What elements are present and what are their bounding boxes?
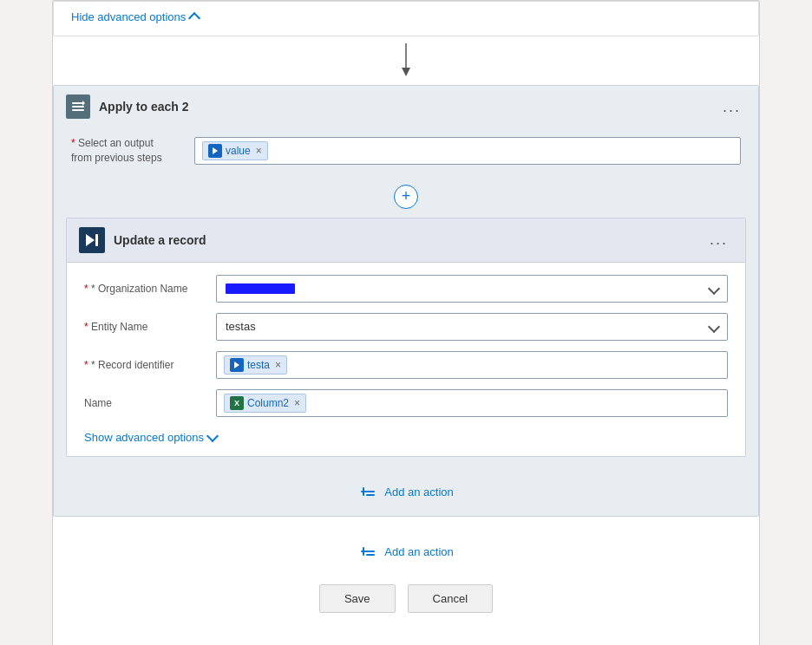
chevron-up-icon — [188, 11, 200, 23]
dynamics-icon — [84, 232, 100, 248]
org-name-row: * * Organization Name — [84, 275, 728, 303]
entity-name-label: * Entity Name — [84, 321, 206, 333]
add-action-inner-button[interactable]: Add an action — [358, 483, 454, 502]
column2-token-remove[interactable]: × — [294, 397, 300, 409]
entity-name-dropdown-arrow — [708, 321, 720, 333]
org-required-star: * — [84, 283, 88, 295]
svg-marker-7 — [86, 234, 95, 246]
apply-each-header: Apply to each 2 ... — [54, 86, 758, 127]
arrow-connector — [53, 36, 759, 85]
svg-marker-1 — [402, 68, 410, 76]
entity-name-value: testas — [226, 320, 256, 333]
entity-name-dropdown[interactable]: testas — [216, 313, 728, 341]
select-output-row: * Select an outputfrom previous steps va… — [54, 127, 758, 179]
record-id-required-star: * — [84, 359, 88, 371]
org-name-value — [226, 283, 295, 294]
hide-advanced-label: Hide advanced options — [71, 10, 186, 23]
record-id-token-label: testa — [247, 359, 270, 371]
show-advanced-label: Show advanced options — [84, 431, 204, 444]
name-label-text: Name — [84, 397, 112, 409]
svg-rect-14 — [363, 547, 364, 556]
page-wrapper: Hide advanced options — [0, 0, 812, 645]
add-action-inner-icon — [358, 483, 377, 502]
update-record-header: Update a record ... — [67, 218, 745, 263]
column2-token-label: Column2 — [247, 397, 289, 409]
chevron-down-icon — [206, 430, 219, 442]
token-icon — [208, 144, 222, 158]
record-id-input[interactable]: testa × — [216, 351, 728, 379]
svg-rect-3 — [72, 106, 84, 108]
org-name-label: * * Organization Name — [84, 283, 206, 295]
record-id-row: * * Record identifier testa — [84, 351, 728, 379]
value-token-remove[interactable]: × — [256, 145, 262, 157]
entity-name-row: * Entity Name testas — [84, 313, 728, 341]
add-action-outer-icon-svg — [358, 543, 377, 562]
entity-required-star: * — [84, 321, 88, 333]
add-action-inner-row: Add an action — [54, 469, 758, 516]
update-record-body: * * Organization Name * Entity Name — [67, 263, 745, 456]
show-advanced-button[interactable]: Show advanced options — [84, 431, 217, 444]
apply-each-title: Apply to each 2 — [99, 100, 188, 114]
value-token[interactable]: value × — [202, 141, 268, 160]
add-action-outer-button[interactable]: Add an action — [358, 543, 454, 562]
record-flow-icon — [232, 361, 241, 369]
svg-marker-6 — [213, 147, 218, 154]
cancel-button[interactable]: Cancel — [408, 584, 493, 613]
svg-rect-8 — [95, 234, 98, 246]
entity-name-label-text: Entity Name — [91, 321, 147, 333]
apply-each-title-area: Apply to each 2 — [66, 94, 188, 119]
update-record-card: Update a record ... * * Organization Nam… — [66, 218, 746, 457]
select-output-input[interactable]: value × — [194, 137, 741, 165]
svg-marker-9 — [234, 362, 239, 368]
svg-rect-12 — [366, 494, 375, 496]
hide-advanced-bar: Hide advanced options — [53, 1, 759, 36]
apply-each-ellipsis-button[interactable]: ... — [717, 96, 746, 118]
record-id-label: * * Record identifier — [84, 359, 206, 371]
org-name-label-text: * Organization Name — [91, 283, 187, 295]
select-output-label: * Select an outputfrom previous steps — [71, 136, 184, 166]
svg-rect-2 — [72, 102, 84, 104]
excel-icon: X — [230, 396, 244, 410]
value-token-label: value — [226, 145, 251, 157]
name-row: Name X Column2 × — [84, 389, 728, 417]
update-record-ellipsis-button[interactable]: ... — [704, 229, 733, 251]
svg-rect-11 — [363, 487, 364, 496]
apply-each-icon — [66, 94, 90, 119]
svg-rect-4 — [72, 109, 84, 111]
record-id-token[interactable]: testa × — [224, 355, 287, 375]
update-record-icon — [79, 227, 105, 253]
record-id-token-remove[interactable]: × — [275, 359, 281, 371]
svg-marker-5 — [82, 101, 85, 106]
org-name-dropdown-arrow — [708, 283, 720, 295]
add-action-icon-svg — [358, 483, 377, 502]
update-record-title-area: Update a record — [79, 227, 206, 253]
hide-advanced-button[interactable]: Hide advanced options — [71, 10, 199, 23]
column2-token[interactable]: X Column2 × — [224, 394, 306, 413]
add-action-outer-row: Add an action — [53, 525, 759, 576]
bottom-buttons-row: Save Cancel — [53, 576, 759, 630]
plus-add-button[interactable]: + — [394, 185, 418, 209]
add-action-inner-label: Add an action — [384, 485, 454, 498]
org-name-dropdown[interactable] — [216, 275, 728, 303]
record-id-label-text: * Record identifier — [91, 359, 174, 371]
name-label: Name — [84, 397, 206, 409]
add-action-outer-label: Add an action — [384, 545, 454, 558]
flow-outer: Hide advanced options — [52, 0, 760, 645]
plus-add-row: + — [54, 179, 758, 218]
update-record-title: Update a record — [114, 233, 206, 247]
arrow-down-icon — [397, 43, 415, 78]
record-id-token-icon — [230, 358, 244, 372]
save-button[interactable]: Save — [319, 584, 396, 613]
token-flow-icon — [211, 147, 219, 155]
add-action-outer-icon — [358, 543, 377, 562]
apply-each-container: Apply to each 2 ... * Select an outputfr… — [53, 85, 759, 517]
svg-rect-15 — [366, 554, 375, 556]
loop-icon — [71, 100, 85, 114]
name-input[interactable]: X Column2 × — [216, 389, 728, 417]
